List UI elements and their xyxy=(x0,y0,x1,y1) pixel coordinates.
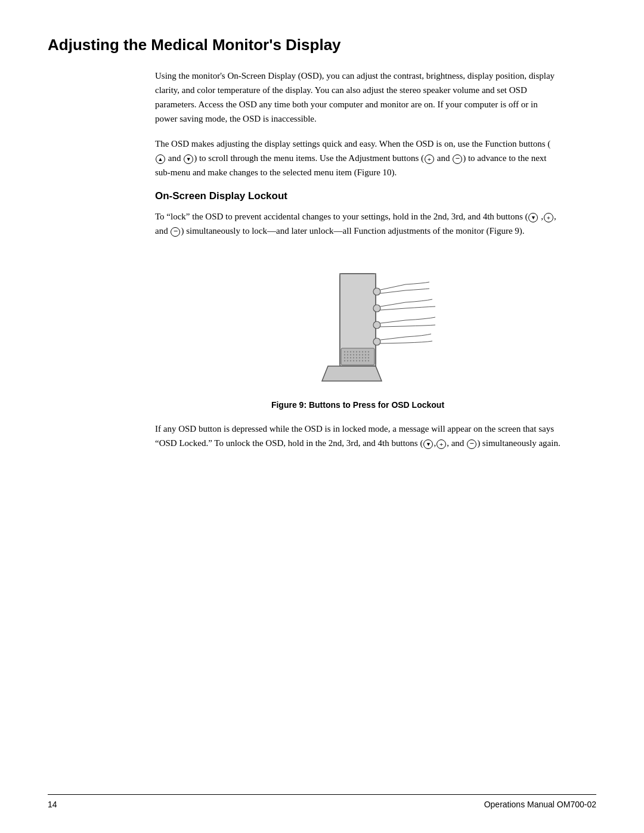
svg-point-27 xyxy=(362,357,363,358)
plus-icon-3: + xyxy=(436,439,446,449)
svg-point-42 xyxy=(373,305,380,312)
svg-point-29 xyxy=(368,357,369,358)
page-title: Adjusting the Medical Monitor's Display xyxy=(48,36,596,54)
svg-point-32 xyxy=(350,360,351,361)
and-2: and xyxy=(437,153,450,163)
minus-icon-2: − xyxy=(171,227,180,237)
svg-rect-2 xyxy=(341,348,374,365)
monitor-illustration xyxy=(268,256,447,393)
svg-line-41 xyxy=(380,290,405,293)
page: Adjusting the Medical Monitor's Display … xyxy=(0,0,644,833)
intro-text: Using the monitor's On-Screen Display (O… xyxy=(155,71,555,123)
svg-point-11 xyxy=(368,351,369,352)
svg-point-12 xyxy=(344,354,345,355)
svg-point-19 xyxy=(365,354,366,355)
down-arrow-icon-2: ▼ xyxy=(528,213,538,222)
svg-marker-52 xyxy=(322,366,382,381)
svg-point-36 xyxy=(362,360,363,361)
svg-line-44 xyxy=(380,308,405,310)
down-arrow-icon-3: ▼ xyxy=(423,439,433,449)
svg-point-38 xyxy=(368,360,369,361)
osd-desc-part2: ) to scroll through the menu items. Use … xyxy=(194,153,424,163)
svg-point-34 xyxy=(356,360,357,361)
svg-point-24 xyxy=(353,357,354,358)
svg-point-21 xyxy=(344,357,345,358)
section-heading: On-Screen Display Lockout xyxy=(155,190,561,202)
svg-line-46 xyxy=(380,320,405,323)
svg-point-45 xyxy=(373,321,380,329)
intro-paragraph: Using the monitor's On-Screen Display (O… xyxy=(155,69,561,126)
down-arrow-icon: ▼ xyxy=(184,154,193,164)
osd-description-paragraph: The OSD makes adjusting the display sett… xyxy=(155,137,561,179)
lockout-p2-part2: , and xyxy=(447,438,464,448)
svg-point-16 xyxy=(356,354,357,355)
figure-container: Figure 9: Buttons to Press for OSD Locko… xyxy=(155,256,561,410)
svg-line-47 xyxy=(380,326,405,327)
osd-desc-part1: The OSD makes adjusting the display sett… xyxy=(155,139,550,148)
svg-point-30 xyxy=(344,360,345,361)
svg-line-40 xyxy=(380,284,405,290)
svg-point-39 xyxy=(373,288,380,295)
footer: 14 Operations Manual OM700-02 xyxy=(48,794,596,809)
svg-point-48 xyxy=(373,338,380,345)
svg-point-8 xyxy=(359,351,360,352)
lockout-paragraph-2: If any OSD button is depressed while the… xyxy=(155,422,561,450)
svg-point-28 xyxy=(365,357,366,358)
svg-point-33 xyxy=(353,360,354,361)
svg-point-6 xyxy=(353,351,354,352)
svg-point-14 xyxy=(350,354,351,355)
svg-point-7 xyxy=(356,351,357,352)
lockout-paragraph-1: To “lock” the OSD to prevent accidental … xyxy=(155,209,561,238)
content-area: Using the monitor's On-Screen Display (O… xyxy=(155,69,561,450)
svg-point-23 xyxy=(350,357,351,358)
svg-point-35 xyxy=(359,360,360,361)
svg-point-10 xyxy=(365,351,366,352)
svg-point-17 xyxy=(359,354,360,355)
plus-icon: + xyxy=(425,154,434,164)
lockout-p1-part3: ) simultaneously to lock—and later unloc… xyxy=(181,226,524,236)
minus-icon: − xyxy=(453,154,462,164)
footer-manual-title: Operations Manual OM700-02 xyxy=(484,800,596,809)
minus-icon-3: − xyxy=(467,439,476,449)
svg-point-37 xyxy=(365,360,366,361)
svg-line-49 xyxy=(380,337,405,340)
svg-line-50 xyxy=(380,343,405,343)
svg-point-13 xyxy=(347,354,348,355)
svg-point-3 xyxy=(344,351,345,352)
svg-point-9 xyxy=(362,351,363,352)
and-1: and xyxy=(168,153,181,163)
svg-point-18 xyxy=(362,354,363,355)
svg-point-31 xyxy=(347,360,348,361)
svg-point-5 xyxy=(350,351,351,352)
figure-caption: Figure 9: Buttons to Press for OSD Locko… xyxy=(271,400,444,410)
footer-page-number: 14 xyxy=(48,800,57,809)
svg-point-15 xyxy=(353,354,354,355)
svg-point-4 xyxy=(347,351,348,352)
svg-line-43 xyxy=(380,302,405,306)
svg-point-25 xyxy=(356,357,357,358)
lockout-p2-part3: ) simultaneously again. xyxy=(477,438,561,448)
lockout-p1-part1: To “lock” the OSD to prevent accidental … xyxy=(155,212,528,221)
up-arrow-icon: ▲ xyxy=(156,154,165,164)
svg-point-22 xyxy=(347,357,348,358)
plus-icon-2: + xyxy=(544,213,553,222)
svg-point-26 xyxy=(359,357,360,358)
svg-point-20 xyxy=(368,354,369,355)
